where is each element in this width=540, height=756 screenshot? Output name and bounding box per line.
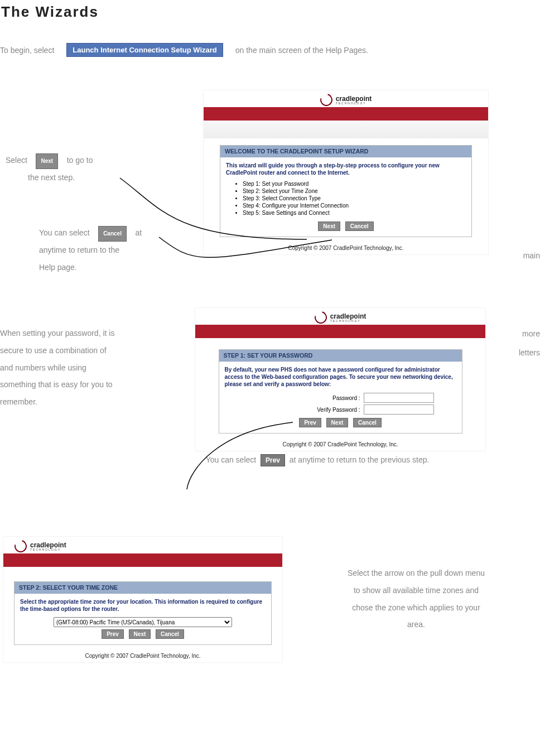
logo-sub: TECHNOLOGY [336, 102, 372, 105]
wizard-welcome-desc: This wizard will guide you through a ste… [226, 162, 466, 176]
panel-welcome: cradlepoint TECHNOLOGY WELCOME TO THE CR… [204, 90, 488, 254]
panel-timezone: cradlepoint TECHNOLOGY STEP 2: SELECT YO… [3, 537, 282, 662]
password-label: Password : [299, 395, 360, 401]
copyright: Copyright © 2007 CradlePoint Technology,… [204, 237, 488, 254]
tz-note-2: to show all available time zones and [299, 582, 533, 599]
wizard-welcome-box: WELCOME TO THE CRADLEPOINT SETUP WIZARD … [220, 145, 472, 237]
cradlepoint-logo: cradlepoint TECHNOLOGY [320, 94, 372, 106]
wizard-password-box: STEP 1: SET YOUR PASSWORD By default, yo… [219, 349, 462, 434]
wizard-step: Step 2: Select your Time Zone [243, 188, 466, 194]
pw-note-4: something that is easy for you to [0, 376, 184, 393]
note-prev: You can select Prev at anytime to return… [95, 455, 540, 464]
wizard-cancel-button[interactable]: Cancel [156, 629, 184, 639]
verify-password-input[interactable] [364, 405, 434, 415]
logo-sub: TECHNOLOGY [330, 319, 367, 322]
wizard-step: Step 1: Set your Password [243, 181, 466, 187]
word-main: main [523, 251, 540, 260]
note-cancel-line2: anytime to return to the [39, 242, 179, 259]
wizard-next-button[interactable]: Next [326, 418, 349, 427]
wizard-prev-button[interactable]: Prev [102, 629, 124, 639]
wizard-timezone-box: STEP 2: SELECT YOUR TIME ZONE Select the… [14, 581, 272, 645]
note-cancel-after: at [135, 228, 142, 237]
red-bar [195, 325, 485, 338]
prev-note-before: You can select [206, 455, 257, 464]
wizard-next-button[interactable]: Next [318, 221, 340, 231]
wizard-password-title: STEP 1: SET YOUR PASSWORD [219, 350, 462, 362]
wizard-timezone-desc: Select the appropriate time zone for you… [20, 598, 266, 613]
wizard-welcome-title: WELCOME TO THE CRADLEPOINT SETUP WIZARD [220, 146, 471, 157]
panel-logo-row: cradlepoint TECHNOLOGY [204, 90, 488, 107]
wizard-next-button[interactable]: Next [129, 629, 151, 639]
panel-password: cradlepoint TECHNOLOGY STEP 1: SET YOUR … [195, 308, 485, 451]
section-welcome: Select Next to go to the next step. You … [0, 90, 540, 269]
logo-swirl-icon [318, 92, 335, 108]
note-next-line2: the next step. [6, 169, 184, 186]
prev-note-after: at anytime to return to the previous ste… [290, 455, 430, 464]
red-bar [3, 553, 282, 567]
product-banner [204, 121, 488, 138]
note-cancel-line3: Help page. [39, 259, 179, 276]
intro-row: To begin, select Launch Internet Connect… [0, 43, 540, 57]
verify-password-label: Verify Password : [299, 407, 360, 413]
wizard-step: Step 3: Select Connection Type [243, 195, 466, 201]
word-more: more [522, 329, 540, 338]
wizard-steps-list: Step 1: Set your Password Step 2: Select… [243, 181, 466, 216]
wizard-step: Step 4: Configure your Internet Connecti… [243, 203, 466, 209]
logo-swirl-icon [12, 538, 29, 555]
note-timezone: Select the arrow on the pull down menu t… [299, 565, 533, 633]
launch-wizard-button[interactable]: Launch Internet Connection Setup Wizard [66, 43, 223, 57]
wizard-step: Step 5: Save Settings and Connect [243, 210, 466, 216]
logo-sub: TECHNOLOGY [30, 548, 66, 551]
wizard-cancel-button[interactable]: Cancel [345, 221, 374, 231]
cancel-button-inline[interactable]: Cancel [98, 226, 127, 242]
note-cancel: You can select Cancel at anytime to retu… [39, 224, 179, 276]
red-bar [204, 107, 488, 121]
password-input[interactable] [364, 393, 434, 403]
prev-button-inline[interactable]: Prev [261, 454, 285, 466]
wizard-password-desc: By default, your new PHS does not have a… [225, 366, 456, 388]
panel-logo-row: cradlepoint TECHNOLOGY [195, 308, 485, 325]
cradlepoint-logo: cradlepoint TECHNOLOGY [315, 311, 367, 324]
section-password: When setting your password, it is secure… [0, 308, 540, 498]
next-button-inline[interactable]: Next [36, 153, 58, 169]
note-next-before: Select [6, 156, 27, 165]
cradlepoint-logo: cradlepoint TECHNOLOGY [15, 540, 66, 552]
page-title: The Wizards [0, 3, 540, 21]
word-letters: letters [519, 348, 540, 357]
tz-note-1: Select the arrow on the pull down menu [299, 565, 533, 582]
pw-note-3: and numbers while using [0, 359, 184, 377]
copyright: Copyright © 2007 CradlePoint Technology,… [195, 434, 485, 451]
note-next-after: to go to [67, 156, 93, 165]
copyright: Copyright © 2007 CradlePoint Technology,… [3, 645, 282, 662]
intro-after: on the main screen of the Help Pages. [235, 46, 368, 55]
pw-note-2: secure to use a combination of [0, 342, 184, 359]
tz-note-4: area. [299, 616, 533, 633]
note-next: Select Next to go to the next step. [6, 152, 184, 186]
pw-note-1: When setting your password, it is [0, 325, 184, 342]
intro-before: To begin, select [0, 46, 54, 55]
wizard-prev-button[interactable]: Prev [299, 418, 321, 427]
tz-note-3: chose the zone which applies to your [299, 599, 533, 617]
timezone-select[interactable]: (GMT-08:00) Pacific Time (US/Canada), Ti… [54, 617, 232, 627]
pw-note-5: remember. [0, 393, 184, 411]
note-password: When setting your password, it is secure… [0, 325, 184, 411]
logo-swirl-icon [312, 309, 329, 326]
wizard-timezone-title: STEP 2: SELECT YOUR TIME ZONE [15, 582, 271, 594]
note-cancel-before: You can select [39, 228, 90, 237]
wizard-cancel-button[interactable]: Cancel [353, 418, 382, 427]
section-timezone: cradlepoint TECHNOLOGY STEP 2: SELECT YO… [0, 537, 540, 662]
panel-logo-row: cradlepoint TECHNOLOGY [3, 537, 282, 553]
